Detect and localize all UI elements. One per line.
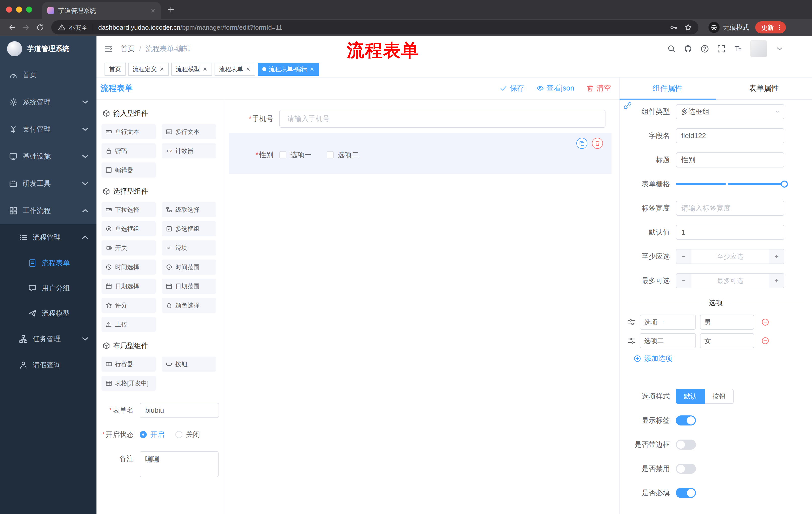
chip-rate[interactable]: 评分	[102, 298, 156, 313]
chip-select[interactable]: 下拉选择	[102, 202, 156, 217]
tag-close-icon[interactable]	[159, 66, 164, 72]
doc-link-icon[interactable]	[624, 102, 632, 110]
increase-button[interactable]: +	[769, 249, 784, 264]
max-select-input[interactable]	[691, 274, 769, 288]
tag-process-definition[interactable]: 流程定义	[128, 63, 169, 76]
sidebar-item-leave-query[interactable]: 请假查询	[0, 352, 96, 378]
sidebar-item-task-management[interactable]: 任务管理	[0, 326, 96, 352]
tab-component-properties[interactable]: 组件属性	[619, 77, 716, 99]
new-tab-button[interactable]	[167, 5, 175, 13]
address-bar[interactable]: 不安全 dashboard.yudao.iocoder.cn /bpm/mana…	[51, 20, 698, 34]
sidebar-item-user-group[interactable]: 用户分组	[0, 276, 96, 301]
window-close-button[interactable]	[6, 6, 12, 12]
drag-handle-icon[interactable]	[628, 318, 636, 326]
sidebar-logo[interactable]: 芋道管理系统	[0, 36, 96, 61]
tag-close-icon[interactable]	[203, 66, 207, 72]
delete-widget-button[interactable]	[592, 138, 603, 149]
sidebar-item-payment-management[interactable]: 支付管理	[0, 116, 96, 143]
phone-field-row[interactable]: *手机号	[229, 110, 619, 128]
window-minimize-button[interactable]	[16, 6, 22, 12]
sidebar-item-system-management[interactable]: 系统管理	[0, 88, 96, 116]
chip-single-line-text[interactable]: 单行文本	[102, 124, 156, 139]
status-radio-off[interactable]: 关闭	[175, 427, 200, 442]
chip-upload[interactable]: 上传	[102, 317, 156, 332]
hamburger-fold-button[interactable]	[105, 45, 113, 53]
phone-input[interactable]	[279, 110, 606, 128]
remove-option-icon[interactable]	[761, 318, 769, 326]
remark-textarea[interactable]: 嘿嘿	[140, 451, 219, 477]
chip-time-picker[interactable]: 时间选择	[102, 260, 156, 275]
avatar-caret-icon[interactable]	[775, 45, 784, 53]
chip-multi-line-text[interactable]: 多行文本	[162, 124, 216, 139]
gender-checkbox-option2[interactable]: 选项二	[327, 150, 359, 160]
sidebar-item-infrastructure[interactable]: 基础设施	[0, 143, 96, 170]
tab-close-icon[interactable]	[150, 8, 156, 13]
update-button[interactable]: 更新	[755, 21, 786, 33]
github-icon[interactable]	[684, 45, 692, 53]
tag-process-form[interactable]: 流程表单	[214, 63, 255, 76]
avatar[interactable]	[750, 40, 767, 57]
chip-date-picker[interactable]: 日期选择	[102, 279, 156, 294]
chip-slider[interactable]: 滑块	[162, 240, 216, 255]
tag-close-icon[interactable]	[246, 66, 251, 72]
option1-label-input[interactable]	[640, 315, 696, 330]
view-json-button[interactable]: 查看json	[536, 83, 574, 93]
tag-process-model[interactable]: 流程模型	[171, 63, 212, 76]
tag-home[interactable]: 首页	[105, 63, 126, 76]
sidebar-item-devtools[interactable]: 研发工具	[0, 170, 96, 197]
tag-close-icon[interactable]	[310, 66, 315, 72]
sidebar-item-process-form[interactable]: 流程表单	[0, 250, 96, 276]
field-name-input[interactable]	[676, 128, 784, 143]
sidebar-item-workflow[interactable]: 工作流程	[0, 197, 96, 224]
selected-gender-widget[interactable]: *性别 选项一 选项二	[229, 133, 611, 174]
forward-button[interactable]	[19, 20, 33, 34]
min-select-input[interactable]	[691, 249, 769, 264]
chip-cascader[interactable]: 级联选择	[162, 202, 216, 217]
default-value-input[interactable]	[676, 225, 784, 240]
label-width-input[interactable]	[676, 201, 784, 216]
drag-handle-icon[interactable]	[628, 337, 636, 345]
chip-table[interactable]: 表格[开发中]	[102, 376, 156, 391]
form-name-input[interactable]	[140, 403, 219, 418]
security-label[interactable]: 不安全	[69, 23, 88, 32]
chip-counter[interactable]: 计数器	[162, 143, 216, 158]
bookmark-star-icon[interactable]	[685, 24, 692, 31]
show-label-switch[interactable]	[676, 415, 696, 426]
sidebar-item-home[interactable]: 首页	[0, 61, 96, 88]
chip-row-container[interactable]: 行容器	[102, 357, 156, 372]
slider-handle[interactable]	[781, 181, 788, 188]
font-size-icon[interactable]	[734, 45, 742, 53]
chip-color-picker[interactable]: 颜色选择	[162, 298, 216, 313]
search-icon[interactable]	[667, 45, 676, 53]
password-key-icon[interactable]	[670, 24, 677, 31]
increase-button[interactable]: +	[769, 274, 784, 288]
option1-value-input[interactable]	[700, 315, 754, 330]
sidebar-item-process-management[interactable]: 流程管理	[0, 224, 96, 250]
chip-button[interactable]: 按钮	[162, 357, 216, 372]
tab-form-properties[interactable]: 表单属性	[716, 77, 812, 99]
clear-button[interactable]: 清空	[586, 83, 611, 93]
checkbox-icon[interactable]	[279, 152, 286, 158]
tag-process-form-edit[interactable]: 流程表单-编辑	[258, 63, 319, 76]
disabled-switch[interactable]	[676, 464, 696, 474]
status-radio-on[interactable]: 开启	[140, 427, 164, 442]
form-grid-slider[interactable]	[676, 183, 784, 185]
remove-option-icon[interactable]	[761, 337, 769, 345]
browser-tab[interactable]: 芋道管理系统	[42, 2, 161, 19]
style-button-button[interactable]: 按钮	[705, 389, 734, 404]
chip-date-range[interactable]: 日期范围	[162, 279, 216, 294]
add-option-button[interactable]: 添加选项	[619, 350, 812, 367]
option2-value-input[interactable]	[700, 333, 754, 348]
browser-menu-kebab-icon[interactable]	[776, 24, 783, 31]
title-input[interactable]	[676, 153, 784, 167]
component-type-select[interactable]: 多选框组	[676, 104, 784, 119]
required-switch[interactable]	[676, 488, 696, 498]
fullscreen-icon[interactable]	[717, 45, 726, 53]
chip-radio-group[interactable]: 单选框组	[102, 221, 156, 236]
breadcrumb-home[interactable]: 首页	[121, 44, 135, 54]
save-button[interactable]: 保存	[500, 83, 524, 93]
copy-widget-button[interactable]	[576, 138, 587, 149]
chip-time-range[interactable]: 时间范围	[162, 260, 216, 275]
decrease-button[interactable]: −	[676, 274, 691, 288]
style-default-button[interactable]: 默认	[676, 389, 705, 404]
